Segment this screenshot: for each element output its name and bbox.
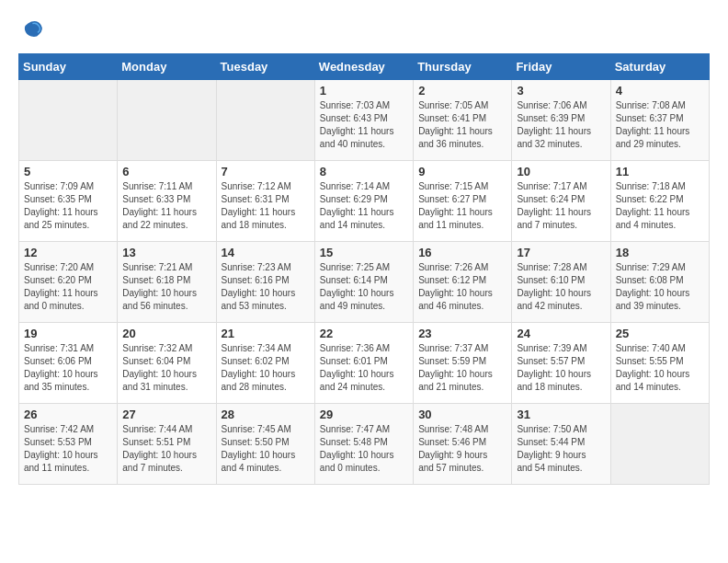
day-info: Sunrise: 7:28 AM Sunset: 6:10 PM Dayligh… bbox=[517, 262, 591, 311]
calendar-cell: 18Sunrise: 7:29 AM Sunset: 6:08 PM Dayli… bbox=[610, 242, 709, 323]
day-number: 12 bbox=[24, 246, 112, 259]
day-number: 27 bbox=[122, 408, 210, 421]
day-info: Sunrise: 7:26 AM Sunset: 6:12 PM Dayligh… bbox=[418, 262, 493, 311]
calendar-cell: 24Sunrise: 7:39 AM Sunset: 5:57 PM Dayli… bbox=[512, 323, 610, 404]
calendar-cell: 13Sunrise: 7:21 AM Sunset: 6:18 PM Dayli… bbox=[118, 242, 216, 323]
calendar-table: SundayMondayTuesdayWednesdayThursdayFrid… bbox=[18, 53, 710, 485]
calendar-week-2: 5Sunrise: 7:09 AM Sunset: 6:35 PM Daylig… bbox=[19, 161, 710, 242]
calendar-week-5: 26Sunrise: 7:42 AM Sunset: 5:53 PM Dayli… bbox=[19, 404, 710, 485]
day-info: Sunrise: 7:36 AM Sunset: 6:01 PM Dayligh… bbox=[320, 343, 394, 392]
calendar-cell: 22Sunrise: 7:36 AM Sunset: 6:01 PM Dayli… bbox=[314, 323, 413, 404]
day-info: Sunrise: 7:31 AM Sunset: 6:06 PM Dayligh… bbox=[24, 343, 98, 392]
day-number: 25 bbox=[616, 327, 704, 340]
day-number: 18 bbox=[616, 246, 704, 259]
day-number: 2 bbox=[418, 84, 506, 98]
day-number: 5 bbox=[24, 165, 112, 178]
day-info: Sunrise: 7:21 AM Sunset: 6:18 PM Dayligh… bbox=[122, 262, 197, 311]
header-tuesday: Tuesday bbox=[216, 54, 314, 80]
calendar-cell: 6Sunrise: 7:11 AM Sunset: 6:33 PM Daylig… bbox=[118, 161, 216, 242]
day-number: 11 bbox=[616, 165, 704, 178]
day-number: 9 bbox=[418, 165, 506, 178]
header-thursday: Thursday bbox=[414, 54, 512, 80]
calendar-cell: 17Sunrise: 7:28 AM Sunset: 6:10 PM Dayli… bbox=[512, 242, 610, 323]
calendar-cell: 30Sunrise: 7:48 AM Sunset: 5:46 PM Dayli… bbox=[414, 404, 512, 485]
calendar-cell: 29Sunrise: 7:47 AM Sunset: 5:48 PM Dayli… bbox=[314, 404, 413, 485]
header-saturday: Saturday bbox=[610, 54, 709, 80]
day-number: 10 bbox=[517, 165, 605, 178]
day-number: 8 bbox=[320, 165, 408, 178]
day-number: 29 bbox=[320, 408, 408, 421]
day-info: Sunrise: 7:50 AM Sunset: 5:44 PM Dayligh… bbox=[517, 424, 586, 473]
calendar-cell: 3Sunrise: 7:06 AM Sunset: 6:39 PM Daylig… bbox=[512, 80, 610, 161]
calendar-cell: 31Sunrise: 7:50 AM Sunset: 5:44 PM Dayli… bbox=[512, 404, 610, 485]
day-info: Sunrise: 7:03 AM Sunset: 6:43 PM Dayligh… bbox=[320, 100, 394, 149]
day-info: Sunrise: 7:12 AM Sunset: 6:31 PM Dayligh… bbox=[222, 181, 296, 230]
day-number: 6 bbox=[122, 165, 210, 178]
day-info: Sunrise: 7:34 AM Sunset: 6:02 PM Dayligh… bbox=[222, 343, 296, 392]
day-number: 20 bbox=[122, 327, 210, 340]
day-info: Sunrise: 7:40 AM Sunset: 5:55 PM Dayligh… bbox=[616, 343, 690, 392]
day-number: 23 bbox=[418, 327, 506, 340]
day-number: 13 bbox=[122, 246, 210, 259]
calendar-cell: 11Sunrise: 7:18 AM Sunset: 6:22 PM Dayli… bbox=[610, 161, 709, 242]
day-info: Sunrise: 7:32 AM Sunset: 6:04 PM Dayligh… bbox=[122, 343, 197, 392]
day-number: 1 bbox=[320, 84, 408, 98]
day-info: Sunrise: 7:14 AM Sunset: 6:29 PM Dayligh… bbox=[320, 181, 394, 230]
day-info: Sunrise: 7:29 AM Sunset: 6:08 PM Dayligh… bbox=[616, 262, 690, 311]
header-sunday: Sunday bbox=[19, 54, 118, 80]
day-info: Sunrise: 7:44 AM Sunset: 5:51 PM Dayligh… bbox=[122, 424, 197, 473]
day-number: 17 bbox=[517, 246, 605, 259]
day-info: Sunrise: 7:37 AM Sunset: 5:59 PM Dayligh… bbox=[418, 343, 493, 392]
day-info: Sunrise: 7:15 AM Sunset: 6:27 PM Dayligh… bbox=[418, 181, 493, 230]
calendar-cell: 21Sunrise: 7:34 AM Sunset: 6:02 PM Dayli… bbox=[216, 323, 314, 404]
day-info: Sunrise: 7:47 AM Sunset: 5:48 PM Dayligh… bbox=[320, 424, 394, 473]
day-number: 14 bbox=[222, 246, 310, 259]
calendar-cell: 14Sunrise: 7:23 AM Sunset: 6:16 PM Dayli… bbox=[216, 242, 314, 323]
logo-icon bbox=[18, 18, 44, 44]
calendar-cell: 20Sunrise: 7:32 AM Sunset: 6:04 PM Dayli… bbox=[118, 323, 216, 404]
day-info: Sunrise: 7:45 AM Sunset: 5:50 PM Dayligh… bbox=[222, 424, 296, 473]
day-info: Sunrise: 7:39 AM Sunset: 5:57 PM Dayligh… bbox=[517, 343, 591, 392]
calendar-cell bbox=[19, 80, 118, 161]
calendar-cell: 27Sunrise: 7:44 AM Sunset: 5:51 PM Dayli… bbox=[118, 404, 216, 485]
calendar-cell: 5Sunrise: 7:09 AM Sunset: 6:35 PM Daylig… bbox=[19, 161, 118, 242]
day-number: 24 bbox=[517, 327, 605, 340]
calendar-cell: 28Sunrise: 7:45 AM Sunset: 5:50 PM Dayli… bbox=[216, 404, 314, 485]
calendar-week-4: 19Sunrise: 7:31 AM Sunset: 6:06 PM Dayli… bbox=[19, 323, 710, 404]
day-info: Sunrise: 7:25 AM Sunset: 6:14 PM Dayligh… bbox=[320, 262, 394, 311]
day-info: Sunrise: 7:11 AM Sunset: 6:33 PM Dayligh… bbox=[122, 181, 197, 230]
calendar-cell: 8Sunrise: 7:14 AM Sunset: 6:29 PM Daylig… bbox=[314, 161, 413, 242]
day-number: 19 bbox=[24, 327, 112, 340]
calendar-cell bbox=[610, 404, 709, 485]
day-number: 3 bbox=[517, 84, 605, 98]
day-info: Sunrise: 7:17 AM Sunset: 6:24 PM Dayligh… bbox=[517, 181, 591, 230]
logo bbox=[18, 18, 48, 44]
day-info: Sunrise: 7:09 AM Sunset: 6:35 PM Dayligh… bbox=[24, 181, 98, 230]
day-number: 4 bbox=[616, 84, 704, 98]
calendar-cell: 25Sunrise: 7:40 AM Sunset: 5:55 PM Dayli… bbox=[610, 323, 709, 404]
calendar-cell: 10Sunrise: 7:17 AM Sunset: 6:24 PM Dayli… bbox=[512, 161, 610, 242]
day-info: Sunrise: 7:23 AM Sunset: 6:16 PM Dayligh… bbox=[222, 262, 296, 311]
calendar-cell: 9Sunrise: 7:15 AM Sunset: 6:27 PM Daylig… bbox=[414, 161, 512, 242]
calendar-cell: 4Sunrise: 7:08 AM Sunset: 6:37 PM Daylig… bbox=[610, 80, 709, 161]
calendar-cell: 7Sunrise: 7:12 AM Sunset: 6:31 PM Daylig… bbox=[216, 161, 314, 242]
day-number: 16 bbox=[418, 246, 506, 259]
day-number: 22 bbox=[320, 327, 408, 340]
header-monday: Monday bbox=[118, 54, 216, 80]
calendar-week-3: 12Sunrise: 7:20 AM Sunset: 6:20 PM Dayli… bbox=[19, 242, 710, 323]
day-info: Sunrise: 7:48 AM Sunset: 5:46 PM Dayligh… bbox=[418, 424, 488, 473]
day-number: 7 bbox=[222, 165, 310, 178]
day-info: Sunrise: 7:18 AM Sunset: 6:22 PM Dayligh… bbox=[616, 181, 690, 230]
calendar-cell: 15Sunrise: 7:25 AM Sunset: 6:14 PM Dayli… bbox=[314, 242, 413, 323]
header-friday: Friday bbox=[512, 54, 610, 80]
day-number: 31 bbox=[517, 408, 605, 421]
day-info: Sunrise: 7:06 AM Sunset: 6:39 PM Dayligh… bbox=[517, 100, 591, 149]
calendar-cell: 19Sunrise: 7:31 AM Sunset: 6:06 PM Dayli… bbox=[19, 323, 118, 404]
calendar-cell: 16Sunrise: 7:26 AM Sunset: 6:12 PM Dayli… bbox=[414, 242, 512, 323]
calendar-cell bbox=[216, 80, 314, 161]
day-number: 28 bbox=[222, 408, 310, 421]
day-info: Sunrise: 7:42 AM Sunset: 5:53 PM Dayligh… bbox=[24, 424, 98, 473]
day-info: Sunrise: 7:08 AM Sunset: 6:37 PM Dayligh… bbox=[616, 100, 690, 149]
calendar-cell bbox=[118, 80, 216, 161]
day-number: 30 bbox=[418, 408, 506, 421]
